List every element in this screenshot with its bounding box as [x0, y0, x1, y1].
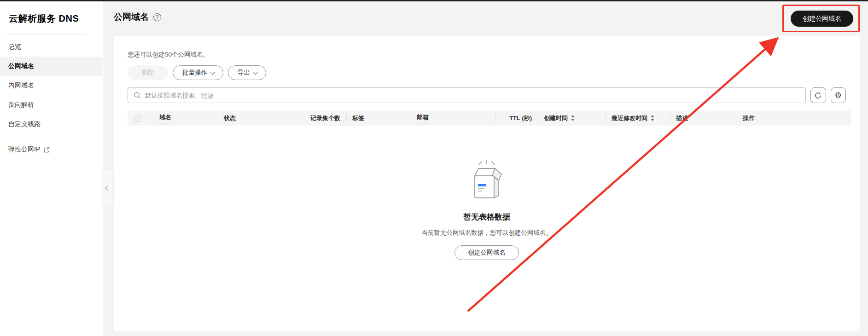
column-header-0: 域名 [153, 110, 218, 126]
column-header-label: 邮箱 [417, 113, 429, 123]
column-header-label: 创建时间 [544, 114, 568, 122]
sort-icon[interactable] [571, 115, 575, 121]
filter-row: ⚙ [128, 87, 846, 103]
batch-actions-label: 批量操作 [182, 69, 207, 77]
column-header-label: 状态 [224, 114, 236, 122]
column-header-1: 状态 [218, 110, 295, 126]
sidebar-item-label: 总览 [8, 43, 21, 51]
column-header-label: TTL (秒) [509, 114, 532, 122]
delete-button[interactable]: 删除 [128, 65, 168, 80]
sidebar-item-label: 内网域名 [8, 81, 34, 90]
column-header-6[interactable]: 创建时间 [538, 110, 606, 126]
search-icon [134, 92, 141, 99]
empty-state: 暂无表格数据 当前暂无公网域名数据，您可以创建公网域名。 创建公网域名 [114, 160, 860, 260]
chevron-left-icon [105, 185, 110, 191]
content-card: 您还可以创建50个公网域名。 删除 批量操作 导出 [114, 36, 860, 331]
empty-subtitle: 当前暂无公网域名数据，您可以创建公网域名。 [421, 229, 552, 237]
column-header-label: 标签 [352, 114, 364, 122]
window-top-edge [0, 0, 868, 1]
empty-title: 暂无表格数据 [463, 212, 510, 222]
column-header-label: 域名 [159, 113, 171, 123]
column-header-9: 操作 [737, 110, 851, 126]
sidebar: 云解析服务 DNS 总览公网域名内网域名反向解析自定义线路 弹性公网IP [0, 1, 102, 336]
sidebar-collapse-handle[interactable] [102, 169, 114, 207]
export-label: 导出 [238, 69, 250, 77]
dashed-divider [6, 137, 86, 137]
column-header-8: 描述 [670, 110, 737, 126]
column-header-4: 邮箱 [411, 110, 495, 126]
column-header-5: TTL (秒) [495, 110, 538, 126]
select-all-cell [128, 110, 153, 126]
export-button[interactable]: 导出 [228, 65, 266, 80]
page-title-text: 公网域名 [114, 11, 149, 23]
sidebar-item-4[interactable]: 自定义线路 [0, 115, 102, 134]
sidebar-item-eip[interactable]: 弹性公网IP [0, 140, 102, 159]
search-input[interactable] [145, 92, 800, 99]
sidebar-item-label: 弹性公网IP [8, 145, 40, 154]
divider [6, 34, 86, 35]
column-header-7[interactable]: 最近修改时间 [606, 110, 670, 126]
sidebar-item-label: 反向解析 [8, 101, 34, 109]
sidebar-item-1[interactable]: 公网域名 [0, 57, 102, 76]
page-title: 公网域名 ? [114, 11, 161, 23]
column-header-3: 标签 [346, 110, 411, 126]
refresh-icon [814, 91, 822, 100]
chevron-down-icon [210, 70, 215, 75]
column-header-2: 记录集个数 [295, 110, 346, 126]
sidebar-item-3[interactable]: 反向解析 [0, 95, 102, 115]
page-header: 公网域名 ? 创建公网域名 [103, 1, 868, 35]
column-header-label: 最近修改时间 [612, 114, 647, 122]
settings-button[interactable]: ⚙ [831, 87, 846, 103]
select-all-checkbox[interactable] [134, 115, 141, 122]
sidebar-item-label: 自定义线路 [8, 120, 41, 128]
batch-actions-button[interactable]: 批量操作 [173, 65, 223, 80]
empty-box-icon [467, 160, 507, 205]
table-header-row: 域名状态记录集个数标签邮箱TTL (秒)创建时间最近修改时间描述操作 [128, 110, 851, 126]
sidebar-nav: 总览公网域名内网域名反向解析自定义线路 [0, 37, 102, 134]
sidebar-item-2[interactable]: 内网域名 [0, 76, 102, 95]
gear-icon: ⚙ [834, 91, 842, 99]
column-header-label: 记录集个数 [310, 114, 340, 122]
sidebar-item-0[interactable]: 总览 [0, 37, 102, 57]
column-header-label: 操作 [743, 114, 755, 122]
column-header-label: 描述 [676, 114, 688, 122]
sort-icon[interactable] [651, 115, 654, 121]
toolbar: 删除 批量操作 导出 [128, 65, 860, 80]
chevron-down-icon [253, 70, 258, 75]
external-link-icon [44, 147, 50, 153]
main-content: 公网域名 ? 创建公网域名 您还可以创建50个公网域名。 删除 批量操作 导出 [103, 1, 868, 336]
sidebar-item-label: 公网域名 [8, 62, 34, 70]
help-icon[interactable]: ? [153, 13, 161, 21]
create-domain-button-top[interactable]: 创建公网域名 [791, 11, 853, 27]
create-domain-button-empty[interactable]: 创建公网域名 [454, 245, 519, 260]
search-box[interactable] [128, 87, 806, 103]
refresh-button[interactable] [810, 87, 826, 103]
service-title: 云解析服务 DNS [0, 1, 102, 25]
quota-text: 您还可以创建50个公网域名。 [114, 36, 860, 59]
